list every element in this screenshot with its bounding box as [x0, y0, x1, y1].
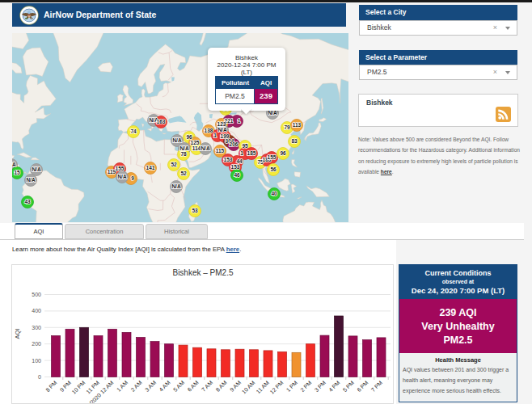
svg-text:206: 206: [230, 141, 239, 147]
svg-text:40: 40: [271, 191, 277, 196]
svg-text:53: 53: [192, 208, 198, 213]
svg-text:1: 1: [238, 118, 241, 124]
svg-text:7 AM: 7 AM: [201, 380, 213, 393]
svg-text:10 AM: 10 AM: [241, 380, 256, 395]
svg-text:153: 153: [224, 157, 233, 162]
svg-text:1: 1: [240, 150, 243, 156]
svg-text:11 AM: 11 AM: [255, 380, 271, 395]
svg-text:113: 113: [293, 122, 302, 128]
svg-text:Bishkek – PM2.5: Bishkek – PM2.5: [172, 268, 233, 277]
svg-text:N/A: N/A: [12, 162, 16, 167]
svg-text:3 AM: 3 AM: [144, 380, 157, 393]
svg-text:9: 9: [131, 175, 134, 181]
svg-text:153: 153: [231, 164, 240, 170]
svg-text:2 AM: 2 AM: [129, 380, 142, 393]
svg-text:N/A: N/A: [217, 127, 227, 133]
svg-text:114: 114: [192, 145, 201, 151]
svg-text:500: 500: [32, 292, 41, 297]
svg-text:12 PM: 12 PM: [268, 380, 284, 395]
svg-text:56: 56: [270, 166, 277, 172]
svg-text:1 AM: 1 AM: [116, 380, 129, 393]
svg-text:4 PM: 4 PM: [327, 380, 341, 393]
svg-text:44: 44: [236, 158, 243, 164]
svg-text:43: 43: [24, 199, 31, 204]
svg-text:52: 52: [180, 170, 187, 176]
svg-text:4 AM: 4 AM: [158, 380, 171, 393]
svg-text:96: 96: [280, 150, 286, 156]
svg-text:6 AM: 6 AM: [186, 380, 199, 393]
svg-text:79: 79: [284, 124, 290, 130]
svg-text:155: 155: [268, 154, 277, 160]
svg-text:3 PM: 3 PM: [314, 380, 327, 393]
svg-text:8 AM: 8 AM: [214, 380, 227, 393]
svg-text:83: 83: [291, 138, 298, 144]
svg-text:1: 1: [213, 133, 217, 138]
svg-text:6 PM: 6 PM: [356, 380, 369, 393]
svg-text:5 PM: 5 PM: [342, 380, 356, 393]
svg-text:123: 123: [217, 121, 226, 127]
svg-text:96: 96: [186, 134, 192, 140]
svg-text:N/A: N/A: [201, 145, 210, 151]
svg-text:7 PM: 7 PM: [370, 380, 384, 393]
svg-text:185: 185: [247, 150, 256, 156]
svg-text:300: 300: [32, 325, 41, 330]
svg-text:52: 52: [171, 162, 177, 167]
svg-text:163: 163: [157, 119, 166, 124]
svg-text:N/A: N/A: [171, 183, 181, 189]
svg-text:141: 141: [146, 165, 155, 170]
svg-text:100: 100: [32, 358, 41, 364]
svg-text:N/A: N/A: [26, 177, 36, 183]
svg-text:200: 200: [32, 341, 41, 347]
svg-text:46: 46: [234, 172, 240, 178]
svg-text:138: 138: [205, 128, 213, 133]
svg-text:78: 78: [180, 151, 187, 157]
svg-text:AQI: AQI: [14, 329, 21, 339]
svg-text:N/A: N/A: [172, 137, 182, 143]
svg-text:N/A: N/A: [32, 166, 41, 172]
svg-text:1 PM: 1 PM: [285, 380, 299, 393]
svg-text:155: 155: [116, 166, 125, 171]
svg-text:115: 115: [216, 148, 225, 154]
svg-text:400: 400: [32, 308, 41, 314]
svg-text:0: 0: [38, 374, 41, 380]
svg-text:10 PM: 10 PM: [70, 380, 86, 395]
svg-text:15: 15: [14, 170, 20, 175]
svg-text:95: 95: [242, 143, 248, 149]
svg-text:8 PM: 8 PM: [44, 380, 58, 393]
svg-text:74: 74: [130, 128, 137, 134]
svg-text:2 PM: 2 PM: [299, 380, 313, 393]
svg-text:N/A: N/A: [268, 110, 277, 116]
svg-text:N/A: N/A: [179, 145, 189, 151]
svg-text:125: 125: [191, 140, 200, 145]
svg-text:5 AM: 5 AM: [172, 380, 185, 393]
svg-text:N/A: N/A: [117, 174, 127, 179]
